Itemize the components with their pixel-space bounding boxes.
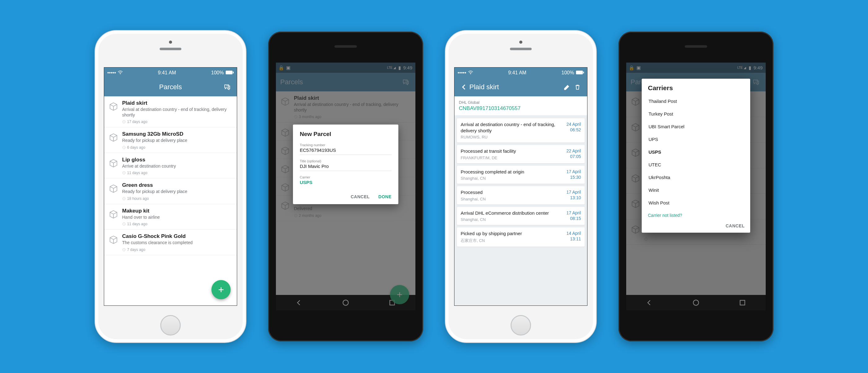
event-status: Processed at transit facility <box>461 148 516 154</box>
carrier-option[interactable]: UTEC <box>644 158 748 171</box>
tracking-number[interactable]: CNBAV891710314670557 <box>459 105 583 111</box>
svg-rect-19 <box>583 72 584 73</box>
parcel-status: Ready for pickup at delivery place <box>122 189 232 195</box>
parcel-icon <box>108 183 118 193</box>
parcel-title: Lip gloss <box>122 157 232 163</box>
parcel-status: Arrive at destination country <box>122 164 232 169</box>
parcel-icon <box>108 235 118 244</box>
event-status: Processed <box>461 189 486 196</box>
svg-rect-2 <box>233 72 234 73</box>
tracking-event: Picked up by shipping partner石家庄市, CN14 … <box>457 227 585 247</box>
wifi-icon <box>118 70 123 76</box>
parcel-time: 11 days ago <box>122 171 232 175</box>
screen-parcels-list: ••••• 9:41 AM 100% Parcels Plaid skirtAr… <box>104 67 237 306</box>
event-time: 07:05 <box>566 154 581 159</box>
event-location: 石家庄市, CN <box>461 238 522 243</box>
feedback-icon[interactable] <box>222 83 232 91</box>
parcel-icon <box>108 132 118 142</box>
parcel-time: 18 hours ago <box>122 196 232 201</box>
battery-icon <box>576 70 584 76</box>
parcel-time: 17 days ago <box>122 120 232 124</box>
carrier-option[interactable]: USPS <box>644 146 748 158</box>
carrier-option[interactable]: UBI Smart Parcel <box>644 120 748 133</box>
add-parcel-fab[interactable]: + <box>211 280 230 299</box>
parcel-status: Hand over to airline <box>122 215 232 220</box>
parcel-item[interactable]: Green dressReady for pickup at delivery … <box>104 178 237 204</box>
event-time: 13:10 <box>566 195 581 200</box>
carrier-option[interactable]: UkrPoshta <box>644 171 748 184</box>
event-location: RUMOWS, RU <box>461 135 563 139</box>
parcel-item[interactable]: Casio G-Shock Pink GoldThe customs clear… <box>104 230 237 255</box>
carrier-option[interactable]: Turkey Post <box>644 107 748 120</box>
parcel-title: Samsung 32Gb MicroSD <box>122 131 232 137</box>
svg-point-17 <box>470 73 471 74</box>
tracking-header: DHL Global CNBAV891710314670557 <box>455 96 587 115</box>
battery-pct: 100% <box>211 70 224 76</box>
title-label: Title (optional) <box>300 159 392 163</box>
carrier-option[interactable]: Wish Post <box>644 196 748 209</box>
event-location: Shanghai, CN <box>461 217 549 222</box>
parcel-title: Plaid skirt <box>122 100 232 106</box>
android-frame-2: 🔒 ▣ LTE ◢ ▮ 9:49 Parcels Arrival at dest… <box>618 32 773 341</box>
dialog-title: Carriers <box>642 79 750 95</box>
event-location: FRANKFURT/M, DE <box>461 156 516 160</box>
app-bar: Plaid skirt <box>455 78 587 96</box>
event-date: 17 April <box>566 210 581 216</box>
tracking-event: ProcessedShanghai, CN17 April13:10 <box>457 186 585 204</box>
iphone-frame-1: ••••• 9:41 AM 100% Parcels Plaid skirtAr… <box>95 30 246 343</box>
parcel-item[interactable]: Makeup kitHand over to airline11 days ag… <box>104 204 237 230</box>
cancel-button[interactable]: CANCEL <box>726 224 745 228</box>
iphone-frame-2: ••••• 9:41 AM 100% Plaid skirt <box>445 30 597 343</box>
battery-pct: 100% <box>561 70 574 76</box>
event-date: 24 April <box>566 122 581 127</box>
tracking-input[interactable]: EC576794193US <box>300 147 392 155</box>
wifi-icon <box>468 70 473 76</box>
parcel-status: Arrival at destination country - end of … <box>122 107 232 118</box>
app-bar: Parcels <box>104 78 237 96</box>
carrier-not-listed-link[interactable]: Carrier not listed? <box>642 209 750 220</box>
screen-parcel-detail: ••••• 9:41 AM 100% Plaid skirt <box>454 67 587 306</box>
parcel-status: The customs clearance is completed <box>122 240 232 246</box>
android-frame-1: 🔒 ▣ LTE ◢ ▮ 9:49 Parcels Plaid skirtArri… <box>268 32 423 341</box>
event-status: Arrival at destination country - end of … <box>461 122 563 134</box>
event-status: Arrival DHL eCommerce distribution cente… <box>461 210 549 216</box>
parcel-title: Makeup kit <box>122 208 232 214</box>
carrier-name: DHL Global <box>459 100 583 105</box>
carrier-option[interactable]: Thailand Post <box>644 95 748 107</box>
delete-button[interactable] <box>572 83 583 91</box>
back-button[interactable] <box>459 83 469 91</box>
parcel-item[interactable]: Plaid skirtArrival at destination countr… <box>104 96 237 127</box>
event-location: Shanghai, CN <box>461 197 486 201</box>
event-date: 17 April <box>566 169 581 174</box>
carrier-option[interactable]: Winit <box>644 184 748 196</box>
status-bar: ••••• 9:41 AM 100% <box>104 68 237 78</box>
title-input[interactable]: DJI Mavic Pro <box>300 164 392 171</box>
signal-icon: ••••• <box>458 70 466 76</box>
event-date: 17 April <box>566 189 581 195</box>
parcel-item[interactable]: Lip glossArrive at destination country11… <box>104 153 237 179</box>
carrier-select[interactable]: USPS <box>300 180 392 187</box>
parcel-time: 7 days ago <box>122 247 232 252</box>
screen-new-parcel: 🔒 ▣ LTE ◢ ▮ 9:49 Parcels Plaid skirtArri… <box>276 63 415 310</box>
tracking-label: Tracking number <box>300 143 392 147</box>
tracking-event: Arrival DHL eCommerce distribution cente… <box>457 207 585 225</box>
event-status: Picked up by shipping partner <box>461 231 522 237</box>
carrier-option[interactable]: UPS <box>644 133 748 146</box>
event-time: 06:52 <box>566 127 581 133</box>
event-date: 14 April <box>566 231 581 236</box>
status-time: 9:41 AM <box>158 70 176 76</box>
event-time: 13:11 <box>566 236 581 242</box>
edit-button[interactable] <box>562 83 572 91</box>
status-time: 9:41 AM <box>508 70 526 76</box>
page-title: Parcels <box>119 83 222 91</box>
cancel-button[interactable]: CANCEL <box>351 194 370 199</box>
svg-point-0 <box>120 73 121 74</box>
signal-icon: ••••• <box>107 70 116 76</box>
parcel-item[interactable]: Samsung 32Gb MicroSDReady for pickup at … <box>104 127 237 153</box>
carrier-label: Carrier <box>300 175 392 179</box>
tracking-event: Arrival at destination country - end of … <box>457 118 585 142</box>
parcel-title: Casio G-Shock Pink Gold <box>122 233 232 239</box>
done-button[interactable]: DONE <box>378 194 392 199</box>
parcel-time: 6 days ago <box>122 145 232 149</box>
parcel-icon <box>108 209 118 219</box>
